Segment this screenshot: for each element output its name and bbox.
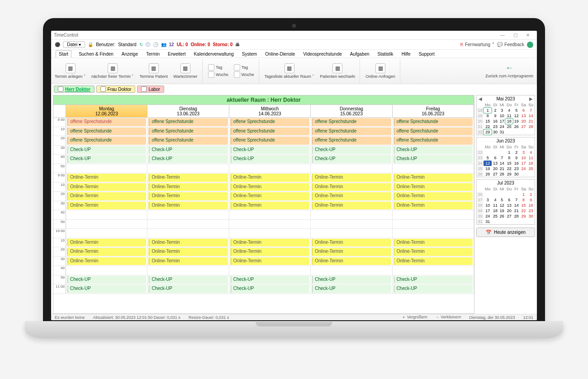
schedule-cell[interactable]: Check-UP (66, 275, 147, 284)
calendar-day[interactable]: 4 (505, 108, 513, 113)
appointment[interactable]: Online-Termin (230, 257, 309, 265)
calendar-day[interactable]: 27 (492, 171, 498, 177)
schedule-cell[interactable]: Check-UP (147, 284, 229, 294)
calendar-day[interactable]: 2 (492, 108, 498, 113)
schedule-cell[interactable] (147, 164, 229, 173)
view-woche-2[interactable]: Woche (234, 71, 254, 78)
appointment[interactable]: Online-Termin (67, 192, 146, 200)
schedule-cell[interactable]: Online-Termin (66, 192, 147, 201)
ribbon-patienten-wechseln[interactable]: ▦Patienten wechseln (320, 63, 355, 79)
appointment[interactable]: Check-UP (230, 146, 309, 154)
schedule-cell[interactable]: offene Sprechstunde (229, 118, 311, 127)
calendar-day[interactable] (498, 192, 505, 197)
calendar-day[interactable] (513, 129, 520, 135)
ribbon-wartezimmer[interactable]: ▦Wartezimmer (173, 63, 198, 79)
clock-icon[interactable]: 🕑 (153, 42, 158, 47)
calendar-day[interactable] (527, 171, 535, 177)
schedule-cell[interactable]: Online-Termin (229, 247, 311, 256)
schedule-cell[interactable]: Online-Termin (229, 201, 311, 210)
calendar-day[interactable]: 5 (513, 108, 520, 113)
calendar-day[interactable]: 21 (513, 208, 520, 213)
schedule-cell[interactable]: offene Sprechstunde (147, 127, 229, 136)
schedule-cell[interactable]: Check-UP (66, 284, 147, 294)
window-maximize[interactable]: ▢ (509, 33, 522, 38)
calendar-day[interactable] (505, 129, 513, 135)
schedule-cell[interactable]: offene Sprechstunde (311, 127, 392, 136)
appointment[interactable]: Check-UP (148, 276, 228, 284)
calendar-day[interactable]: 18 (505, 118, 513, 124)
schedule-cell[interactable] (229, 220, 311, 229)
appointment[interactable]: Check-UP (67, 155, 146, 163)
schedule-cell[interactable]: offene Sprechstunde (393, 118, 474, 127)
room-tab-herr-doktor[interactable]: Herr Doktor (54, 85, 95, 93)
schedule-cell[interactable]: Online-Termin (147, 247, 229, 256)
schedule-cell[interactable]: Online-Termin (229, 192, 311, 201)
schedule-cell[interactable]: Online-Termin (147, 238, 229, 247)
schedule-cell[interactable]: Online-Termin (229, 257, 311, 266)
menu-erweitert[interactable]: Erweitert (167, 51, 186, 57)
schedule-cell[interactable]: Online-Termin (311, 238, 392, 247)
calendar-day[interactable] (513, 192, 520, 197)
calendar-day[interactable] (498, 219, 505, 224)
calendar-day[interactable]: 14 (513, 203, 520, 208)
next-month-icon[interactable]: ▶ (529, 96, 533, 101)
appointment[interactable]: Online-Termin (230, 202, 309, 210)
calendar-day[interactable] (513, 219, 520, 224)
appointment[interactable]: Online-Termin (148, 183, 228, 191)
schedule-cell[interactable] (147, 229, 229, 238)
schedule-cell[interactable]: Online-Termin (147, 257, 229, 266)
calendar-day[interactable]: 20 (505, 208, 513, 213)
schedule-cell[interactable]: Check-UP (311, 146, 392, 155)
calendar-day[interactable] (520, 219, 527, 224)
schedule-cell[interactable]: offene Sprechstunde (229, 127, 311, 136)
appointment[interactable]: offene Sprechstunde (394, 137, 473, 145)
schedule-cell[interactable]: Online-Termin (229, 238, 311, 247)
menu-system[interactable]: System (241, 51, 258, 57)
schedule-cell[interactable] (147, 210, 229, 219)
appointment[interactable]: Check-UP (148, 155, 228, 163)
calendar-day[interactable]: 13 (520, 113, 527, 118)
appointment[interactable]: Online-Termin (67, 248, 146, 256)
calendar-day[interactable] (527, 219, 535, 224)
calendar-day[interactable]: 23 (492, 124, 498, 129)
appointment[interactable]: offene Sprechstunde (230, 137, 309, 145)
calendar-day[interactable]: 10 (498, 113, 505, 118)
calendar-day[interactable]: 2 (513, 150, 520, 155)
schedule-cell[interactable]: Check-UP (66, 146, 147, 155)
calendar-day[interactable]: 31 (484, 219, 492, 224)
calendar-day[interactable]: 11 (492, 203, 498, 208)
room-tab-labor[interactable]: Labor (137, 85, 164, 93)
schedule-cell[interactable]: Check-UP (311, 155, 392, 164)
day-header[interactable]: Donnerstag15.06.2023 (311, 105, 392, 117)
calendar-day[interactable]: 16 (513, 161, 520, 166)
calendar-day[interactable]: 21 (527, 118, 535, 124)
schedule-cell[interactable]: Online-Termin (393, 192, 474, 201)
menu-anzeige[interactable]: Anzeige (121, 51, 139, 57)
calendar-day[interactable]: 3 (484, 197, 492, 203)
schedule-cell[interactable] (311, 266, 392, 275)
appointment[interactable]: Check-UP (67, 146, 146, 154)
calendar-day[interactable]: 25 (505, 124, 513, 129)
appointment[interactable]: offene Sprechstunde (312, 118, 391, 126)
schedule-cell[interactable]: offene Sprechstunde (311, 136, 392, 145)
appointment[interactable]: Online-Termin (394, 202, 473, 210)
schedule-cell[interactable]: Check-UP (66, 155, 147, 164)
day-header[interactable]: Dienstag13.06.2023 (147, 105, 229, 117)
ribbon-online-anfragen[interactable]: ▦Online-Anfragen (365, 63, 395, 79)
schedule-cell[interactable] (66, 266, 147, 275)
calendar-day[interactable]: 27 (520, 124, 527, 129)
appointment[interactable]: Check-UP (312, 276, 391, 284)
calendar-day[interactable]: 25 (527, 166, 535, 171)
appointment[interactable]: Check-UP (230, 285, 309, 293)
schedule-cell[interactable]: Check-UP (229, 284, 311, 294)
appointment[interactable]: Online-Termin (67, 174, 146, 182)
calendar-day[interactable] (498, 150, 505, 155)
schedule-cell[interactable] (393, 164, 474, 173)
ribbon-termine-patient[interactable]: ▦Termine Patient (139, 63, 168, 79)
calendar-day[interactable]: 6 (492, 155, 498, 161)
calendar-day[interactable]: 8 (505, 155, 513, 161)
schedule-cell[interactable]: Online-Termin (147, 173, 229, 182)
calendar-day[interactable]: 14 (527, 113, 535, 118)
view-tag-2[interactable]: Tag (234, 64, 254, 71)
day-header[interactable]: Freitag16.06.2023 (393, 105, 474, 117)
